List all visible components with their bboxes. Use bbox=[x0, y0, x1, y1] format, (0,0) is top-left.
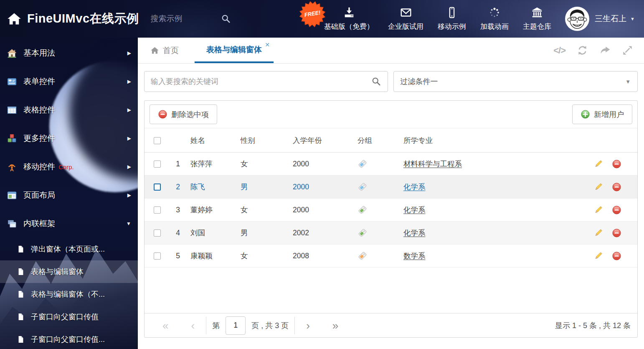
name-cell: 陈飞 bbox=[188, 182, 238, 192]
first-page-button[interactable]: « bbox=[162, 320, 168, 331]
sidebar-item-inline-frame[interactable]: 内联框架▼ bbox=[0, 209, 138, 238]
dropdown-caret-icon: ▼ bbox=[625, 79, 631, 85]
header-nav: FREE!基础版（免费）企业版试用移动示例加载动画主题仓库 bbox=[317, 6, 558, 31]
sidebar-item-form-controls[interactable]: 表单控件▶ bbox=[0, 67, 138, 96]
column-header-year[interactable]: 入学年份 bbox=[291, 135, 355, 145]
major-link[interactable]: 化学系 bbox=[403, 229, 426, 237]
search-icon[interactable] bbox=[221, 14, 231, 24]
user-menu[interactable]: 三生石上 ▼ bbox=[565, 7, 635, 31]
edit-icon[interactable] bbox=[593, 251, 603, 261]
row-checkbox[interactable] bbox=[154, 252, 161, 260]
caret-right-icon: ▶ bbox=[127, 164, 131, 170]
source-code-icon[interactable]: </> bbox=[553, 45, 565, 56]
table-row[interactable]: 4刘国男2002化学系 bbox=[145, 222, 637, 245]
delete-icon[interactable] bbox=[612, 182, 621, 192]
app-title: FineUIMvc在线示例 bbox=[27, 10, 139, 27]
filter-dropdown-value: 过滤条件一 bbox=[401, 76, 438, 87]
row-number: 4 bbox=[167, 229, 188, 237]
table-row[interactable]: 3董婷婷女2000化学系 bbox=[145, 199, 637, 222]
pagination-bar: « ‹ 第 页 , 共 3 页 › » 显示 1 - 5 条 , 共 12 条 bbox=[145, 313, 637, 337]
page-number-input[interactable] bbox=[226, 316, 246, 335]
sidebar-subitem-popup-window[interactable]: 弹出窗体（本页面或... bbox=[0, 238, 138, 260]
page-body: 过滤条件一 ▼ 删除选中项 新增用户 bbox=[138, 64, 644, 349]
top-header: FineUIMvc在线示例 FREE!基础版（免费）企业版试用移动示例加载动画主… bbox=[0, 0, 644, 38]
share-icon[interactable] bbox=[599, 45, 611, 56]
group-tag-icon bbox=[357, 228, 368, 238]
filter-dropdown[interactable]: 过滤条件一 ▼ bbox=[393, 71, 638, 92]
column-header-major[interactable]: 所学专业 bbox=[401, 135, 589, 145]
nav-item-theme-repo[interactable]: 主题仓库 bbox=[523, 6, 551, 31]
add-icon bbox=[581, 110, 590, 119]
delete-icon[interactable] bbox=[612, 228, 621, 238]
keyword-search-input[interactable] bbox=[151, 77, 371, 86]
sidebar-item-grid-controls[interactable]: 表格控件▶ bbox=[0, 96, 138, 124]
delete-icon[interactable] bbox=[612, 251, 621, 261]
tab-grid-edit-window[interactable]: 表格与编辑窗体 ✕ bbox=[195, 38, 274, 63]
group-tag-icon bbox=[357, 159, 368, 169]
sidebar-subitem-grid-edit-window-nopostback[interactable]: 表格与编辑窗体（不... bbox=[0, 283, 138, 306]
edit-icon[interactable] bbox=[593, 182, 603, 192]
tab-home[interactable]: 首页 bbox=[145, 38, 184, 63]
app-root: FineUIMvc在线示例 FREE!基础版（免费）企业版试用移动示例加载动画主… bbox=[0, 0, 644, 349]
fullscreen-icon[interactable] bbox=[622, 45, 633, 56]
search-icon[interactable] bbox=[371, 76, 381, 87]
tab-close-icon[interactable]: ✕ bbox=[265, 41, 270, 48]
mobile-icon bbox=[446, 6, 458, 19]
edit-icon[interactable] bbox=[593, 205, 603, 215]
row-checkbox[interactable] bbox=[154, 206, 161, 214]
gender-cell: 男 bbox=[238, 182, 291, 192]
column-header-group[interactable]: 分组 bbox=[355, 135, 401, 145]
sidebar-item-page-layout[interactable]: 页面布局▶ bbox=[0, 181, 138, 209]
table-row[interactable]: 2陈飞男2000化学系 bbox=[145, 176, 637, 199]
table-row[interactable]: 5康颖颖女2008数学系 bbox=[145, 245, 637, 267]
column-header-gender[interactable]: 性别 bbox=[238, 135, 291, 145]
row-checkbox[interactable] bbox=[154, 160, 161, 168]
sidebar-subitem-child-to-parent-2[interactable]: 子窗口向父窗口传值... bbox=[0, 328, 138, 349]
next-page-button[interactable]: › bbox=[306, 320, 310, 331]
free-badge: FREE! bbox=[299, 1, 326, 28]
last-page-button[interactable]: » bbox=[332, 320, 338, 331]
brand[interactable]: FineUIMvc在线示例 bbox=[7, 10, 139, 27]
name-cell: 董婷婷 bbox=[188, 205, 238, 215]
sidebar-subitem-child-to-parent[interactable]: 子窗口向父窗口传值 bbox=[0, 306, 138, 328]
form-icon bbox=[7, 76, 17, 87]
add-user-button[interactable]: 新增用户 bbox=[572, 104, 632, 124]
home-icon bbox=[7, 48, 17, 59]
nav-item-loading-anim[interactable]: 加载动画 bbox=[480, 6, 509, 31]
select-all-checkbox[interactable] bbox=[154, 137, 161, 144]
row-checkbox[interactable] bbox=[154, 183, 161, 191]
edit-icon[interactable] bbox=[593, 159, 603, 169]
page-prefix-label: 第 bbox=[212, 321, 220, 331]
caret-right-icon: ▶ bbox=[127, 50, 131, 56]
major-link[interactable]: 数学系 bbox=[403, 252, 426, 260]
row-checkbox[interactable] bbox=[154, 229, 161, 237]
edit-icon[interactable] bbox=[593, 228, 603, 238]
nav-item-enterprise-trial[interactable]: 企业版试用 bbox=[388, 6, 423, 31]
home-icon bbox=[7, 11, 22, 26]
name-cell: 刘国 bbox=[188, 228, 238, 238]
major-link[interactable]: 化学系 bbox=[403, 183, 426, 191]
header-search-input[interactable] bbox=[151, 14, 213, 23]
username: 三生石上 bbox=[595, 13, 626, 24]
column-header-name[interactable]: 姓名 bbox=[188, 135, 238, 145]
gender-cell: 男 bbox=[238, 228, 291, 238]
sidebar-item-more-controls[interactable]: 更多控件▶ bbox=[0, 124, 138, 153]
table-row[interactable]: 1张萍萍女2000材料科学与工程系 bbox=[145, 153, 637, 176]
prev-page-button[interactable]: ‹ bbox=[191, 320, 195, 331]
refresh-icon[interactable] bbox=[577, 45, 588, 56]
group-tag-icon bbox=[357, 251, 368, 261]
major-link[interactable]: 化学系 bbox=[403, 206, 426, 214]
sidebar-item-basic-usage[interactable]: 基本用法▶ bbox=[0, 39, 138, 67]
gender-cell: 女 bbox=[238, 205, 291, 215]
sidebar-subitem-grid-edit-window[interactable]: 表格与编辑窗体 bbox=[0, 260, 138, 283]
sidebar-item-mobile-controls[interactable]: 移动控件Corp.▶ bbox=[0, 153, 138, 181]
gender-cell: 女 bbox=[238, 251, 291, 261]
delete-icon[interactable] bbox=[612, 159, 621, 169]
nav-item-mobile-demo[interactable]: 移动示例 bbox=[438, 6, 466, 31]
grid-panel: 删除选中项 新增用户 姓名 性别 入学年份 分组 bbox=[144, 100, 638, 338]
nav-item-basic-free[interactable]: FREE!基础版（免费） bbox=[324, 6, 374, 31]
delete-icon[interactable] bbox=[612, 205, 621, 215]
row-number: 1 bbox=[167, 160, 188, 168]
delete-selected-button[interactable]: 删除选中项 bbox=[150, 104, 217, 124]
major-link[interactable]: 材料科学与工程系 bbox=[403, 160, 462, 168]
